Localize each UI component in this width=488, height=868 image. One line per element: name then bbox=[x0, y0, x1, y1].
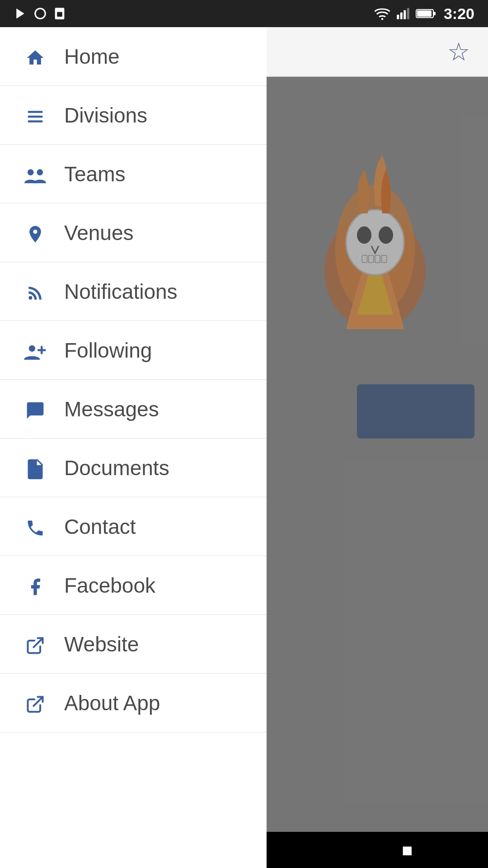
svg-rect-8 bbox=[407, 8, 409, 19]
home-icon bbox=[23, 45, 48, 67]
sidebar-item-teams[interactable]: Teams bbox=[0, 145, 267, 203]
battery-icon bbox=[416, 8, 436, 19]
sidebar-item-documents[interactable]: Documents bbox=[0, 439, 267, 497]
document-icon bbox=[23, 456, 48, 479]
sidebar-item-documents-label: Documents bbox=[64, 456, 169, 480]
about-icon bbox=[23, 691, 48, 714]
svg-rect-21 bbox=[28, 111, 43, 113]
rss-icon bbox=[23, 280, 48, 302]
wifi-icon bbox=[374, 7, 390, 20]
sidebar-item-notifications-label: Notifications bbox=[64, 279, 178, 304]
sidebar-item-contact-label: Contact bbox=[64, 514, 136, 539]
svg-rect-22 bbox=[28, 115, 43, 118]
teams-icon bbox=[23, 162, 48, 185]
sidebar-item-venues[interactable]: Venues bbox=[0, 203, 267, 262]
sim-icon bbox=[53, 7, 66, 20]
facebook-icon bbox=[23, 574, 48, 596]
svg-rect-11 bbox=[417, 10, 432, 17]
sidebar-item-about-app[interactable]: About App bbox=[0, 674, 267, 732]
svg-rect-23 bbox=[28, 120, 43, 123]
sidebar-item-contact[interactable]: Contact bbox=[0, 497, 267, 556]
phone-icon bbox=[23, 515, 48, 538]
star-icon[interactable]: ☆ bbox=[447, 37, 470, 66]
sidebar-item-facebook[interactable]: Facebook bbox=[0, 556, 267, 615]
svg-line-29 bbox=[33, 697, 42, 706]
svg-rect-3 bbox=[57, 12, 62, 17]
sidebar-item-notifications[interactable]: Notifications bbox=[0, 262, 267, 321]
svg-point-4 bbox=[381, 18, 384, 20]
sidebar-item-divisions[interactable]: Divisions bbox=[0, 86, 267, 145]
sidebar-item-home[interactable]: Home bbox=[0, 27, 267, 86]
chat-icon bbox=[23, 397, 48, 420]
sidebar-item-following-label: Following bbox=[64, 338, 152, 363]
sidebar-item-about-app-label: About App bbox=[64, 691, 160, 715]
sidebar-item-venues-label: Venues bbox=[64, 221, 133, 245]
record-icon bbox=[33, 7, 47, 20]
status-right-icons: 3:20 bbox=[374, 5, 474, 23]
svg-line-28 bbox=[33, 638, 42, 647]
sidebar-item-divisions-label: Divisions bbox=[64, 103, 147, 127]
svg-rect-10 bbox=[433, 12, 436, 15]
navigation-drawer: Home Divisions Teams bbox=[0, 27, 267, 868]
svg-point-24 bbox=[28, 169, 34, 175]
sidebar-item-facebook-label: Facebook bbox=[64, 573, 155, 598]
svg-marker-0 bbox=[16, 9, 24, 19]
sidebar-item-teams-label: Teams bbox=[64, 162, 125, 186]
sidebar-item-messages[interactable]: Messages bbox=[0, 380, 267, 439]
status-time: 3:20 bbox=[444, 5, 474, 23]
sidebar-item-website[interactable]: Website bbox=[0, 615, 267, 674]
recents-button[interactable]: ■ bbox=[388, 835, 426, 865]
sidebar-item-messages-label: Messages bbox=[64, 397, 159, 421]
svg-rect-7 bbox=[404, 10, 406, 19]
status-bar: 3:20 bbox=[0, 0, 488, 27]
external-link-icon bbox=[23, 632, 48, 655]
svg-rect-6 bbox=[400, 13, 403, 19]
svg-point-27 bbox=[29, 345, 35, 351]
following-icon bbox=[23, 339, 48, 361]
status-left-icons bbox=[14, 7, 66, 20]
overlay-dim bbox=[267, 77, 488, 832]
signal-icon bbox=[396, 7, 410, 20]
svg-point-26 bbox=[28, 296, 32, 299]
menu-icon bbox=[23, 104, 48, 126]
location-icon bbox=[23, 221, 48, 244]
play-icon bbox=[14, 7, 27, 20]
sidebar-item-following[interactable]: Following bbox=[0, 321, 267, 380]
svg-rect-5 bbox=[397, 15, 399, 19]
sidebar-item-website-label: Website bbox=[64, 632, 139, 656]
svg-point-1 bbox=[35, 9, 46, 19]
svg-point-25 bbox=[37, 169, 43, 175]
sidebar-item-home-label: Home bbox=[64, 44, 120, 69]
